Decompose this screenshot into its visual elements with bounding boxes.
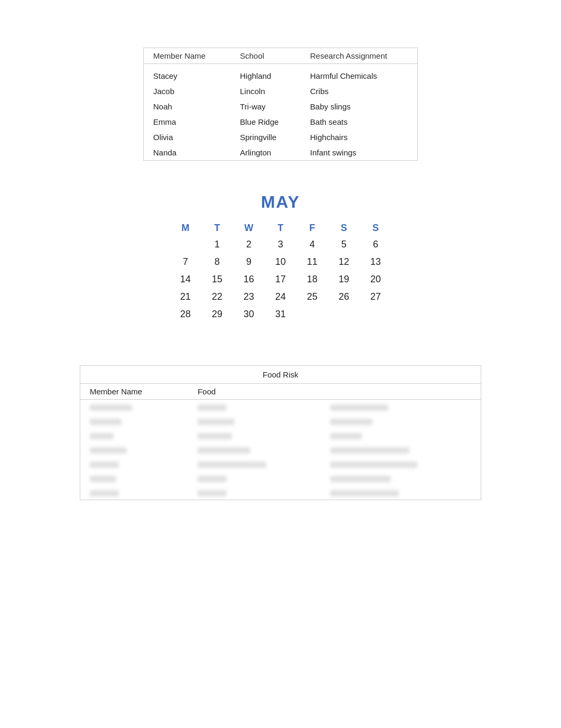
calendar-day: 21 [170, 288, 201, 306]
calendar-day: 5 [328, 236, 360, 253]
calendar-day-header: W [233, 220, 265, 236]
food-cell [188, 471, 320, 485]
calendar-day: 28 [170, 306, 201, 323]
food-col-member: Member Name [80, 384, 189, 400]
calendar-day: 25 [296, 288, 328, 306]
research-data-row: EmmaBlue RidgeBath seats [144, 114, 418, 130]
calendar-day: 26 [328, 288, 360, 306]
food-section: Food Risk Member Name Food [80, 365, 481, 500]
research-cell: Springville [230, 130, 301, 145]
food-cell [80, 457, 189, 471]
research-data-row: NandaArlingtonInfant swings [144, 145, 418, 161]
calendar-day-header: T [201, 220, 233, 236]
research-cell: Harmful Chemicals [301, 64, 417, 84]
food-data-row [80, 471, 481, 485]
calendar-day: 14 [170, 271, 201, 288]
calendar-day: 4 [296, 236, 328, 253]
research-cell: Stacey [144, 64, 231, 84]
research-data-row: StaceyHighlandHarmful Chemicals [144, 64, 418, 84]
calendar-day: 16 [233, 271, 265, 288]
calendar-day [360, 306, 391, 323]
calendar-day: 20 [360, 271, 391, 288]
calendar-day-header: S [328, 220, 360, 236]
col-assignment: Research Assignment [301, 48, 417, 64]
research-cell: Noah [144, 99, 231, 114]
calendar-section: MAY MTWTFSS 1234567891011121314151617181… [170, 192, 391, 323]
food-cell [80, 485, 189, 500]
research-cell: Bath seats [301, 114, 417, 130]
food-cell [80, 443, 189, 457]
food-title-row: Food Risk [80, 366, 481, 384]
research-data-row: OliviaSpringvilleHighchairs [144, 130, 418, 145]
calendar-day: 19 [328, 271, 360, 288]
research-cell: Nanda [144, 145, 231, 161]
calendar-grid: MTWTFSS 12345678910111213141516171819202… [170, 220, 391, 323]
calendar-day: 24 [265, 288, 296, 306]
food-cell [321, 400, 481, 414]
calendar-day: 15 [201, 271, 233, 288]
research-header-row: Member Name School Research Assignment [144, 48, 418, 64]
food-cell [321, 414, 481, 428]
research-cell: Arlington [230, 145, 301, 161]
research-data-row: NoahTri-wayBaby slings [144, 99, 418, 114]
food-cell [188, 428, 320, 443]
calendar-day-header: M [170, 220, 201, 236]
col-school: School [230, 48, 301, 64]
research-cell: Jacob [144, 84, 231, 99]
calendar-week-row: 21222324252627 [170, 288, 391, 306]
calendar-day: 13 [360, 253, 391, 271]
calendar-day: 17 [265, 271, 296, 288]
calendar-day: 7 [170, 253, 201, 271]
calendar-day: 18 [296, 271, 328, 288]
food-cell [321, 457, 481, 471]
food-header-row: Member Name Food [80, 384, 481, 400]
food-cell [321, 471, 481, 485]
calendar-day: 30 [233, 306, 265, 323]
food-cell [188, 400, 320, 414]
food-cell [80, 414, 189, 428]
research-cell: Lincoln [230, 84, 301, 99]
calendar-day-header: T [265, 220, 296, 236]
calendar-day-header: S [360, 220, 391, 236]
research-cell: Highland [230, 64, 301, 84]
calendar-week-row: 14151617181920 [170, 271, 391, 288]
calendar-day: 8 [201, 253, 233, 271]
food-col-extra [321, 384, 481, 400]
col-member-name: Member Name [144, 48, 231, 64]
calendar-day: 29 [201, 306, 233, 323]
calendar-day: 2 [233, 236, 265, 253]
calendar-day: 3 [265, 236, 296, 253]
food-data-row [80, 428, 481, 443]
calendar-day: 12 [328, 253, 360, 271]
calendar-day: 23 [233, 288, 265, 306]
food-cell [188, 457, 320, 471]
food-cell [188, 485, 320, 500]
food-cell [188, 414, 320, 428]
calendar-title: MAY [170, 192, 391, 212]
food-data-row [80, 400, 481, 414]
food-data-row [80, 485, 481, 500]
food-title: Food Risk [80, 366, 481, 384]
food-cell [188, 443, 320, 457]
food-cell [80, 428, 189, 443]
research-cell: Cribs [301, 84, 417, 99]
food-data-row [80, 457, 481, 471]
food-data-row [80, 414, 481, 428]
research-cell: Blue Ridge [230, 114, 301, 130]
research-cell: Infant swings [301, 145, 417, 161]
food-data-row [80, 443, 481, 457]
food-cell [321, 428, 481, 443]
research-cell: Highchairs [301, 130, 417, 145]
calendar-day: 22 [201, 288, 233, 306]
food-cell [80, 471, 189, 485]
research-section: Member Name School Research Assignment S… [143, 48, 418, 161]
calendar-day: 10 [265, 253, 296, 271]
calendar-week-row: 28293031 [170, 306, 391, 323]
calendar-day [296, 306, 328, 323]
research-cell: Baby slings [301, 99, 417, 114]
calendar-day [170, 236, 201, 253]
food-col-food: Food [188, 384, 320, 400]
food-cell [321, 485, 481, 500]
research-data-row: JacobLincolnCribs [144, 84, 418, 99]
calendar-week-row: 123456 [170, 236, 391, 253]
